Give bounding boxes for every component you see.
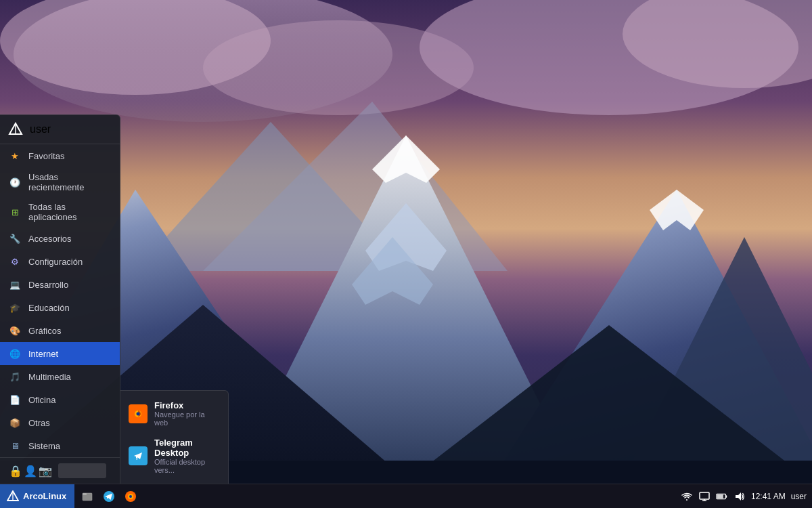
accesorios-icon: 🔧 bbox=[8, 232, 22, 245]
svg-marker-39 bbox=[736, 492, 741, 501]
menu-item-sistema[interactable]: 🖥 Sistema bbox=[0, 434, 120, 457]
menu-item-desarrollo[interactable]: 💻 Desarrollo bbox=[0, 273, 120, 296]
taskbar-firefox-button[interactable] bbox=[120, 486, 141, 507]
menu-item-configuracion[interactable]: ⚙ Configuración bbox=[0, 250, 120, 273]
taskbar-right: 12:41 AM user bbox=[675, 490, 812, 503]
taskbar: ArcoLinux bbox=[0, 484, 812, 508]
firefox-text: Firefox Navegue por la web bbox=[154, 400, 220, 427]
menu-item-graficos[interactable]: 🎨 Gráficos bbox=[0, 319, 120, 342]
menu-footer: 🔒 👤 📷 bbox=[0, 457, 120, 484]
internet-icon: 🌐 bbox=[8, 347, 22, 360]
oficina-icon: 📄 bbox=[8, 393, 22, 406]
svg-point-23 bbox=[137, 412, 140, 415]
firefox-taskbar-icon bbox=[125, 490, 137, 503]
menu-item-todas[interactable]: ⊞ Todas las aplicaciones bbox=[0, 197, 120, 227]
screenshot-icon[interactable]: 📷 bbox=[38, 463, 53, 478]
menu-item-favoritas[interactable]: ★ Favoritas bbox=[0, 144, 120, 167]
clock-display: 12:41 AM bbox=[751, 492, 786, 501]
submenu-item-telegram[interactable]: Telegram Desktop Official desktop vers..… bbox=[120, 432, 228, 480]
arcolinux-logo-icon bbox=[8, 122, 23, 137]
lock-icon[interactable]: 🔒 bbox=[8, 463, 23, 478]
internet-submenu: Firefox Navegue por la web Telegram Desk… bbox=[120, 390, 229, 484]
files-icon bbox=[81, 490, 93, 503]
menu-item-oficina[interactable]: 📄 Oficina bbox=[0, 388, 120, 411]
start-label: ArcoLinux bbox=[23, 491, 66, 501]
menu-item-otras[interactable]: 📦 Otras bbox=[0, 411, 120, 434]
menu-username: user bbox=[30, 123, 51, 135]
start-logo-icon bbox=[7, 490, 19, 503]
todas-icon: ⊞ bbox=[8, 205, 22, 219]
menu-item-accesorios[interactable]: 🔧 Accesorios bbox=[0, 227, 120, 250]
username-tray: user bbox=[791, 492, 807, 501]
graficos-icon: 🎨 bbox=[8, 324, 22, 337]
favoritas-icon: ★ bbox=[8, 149, 22, 163]
sistema-icon: 🖥 bbox=[8, 439, 22, 452]
desarrollo-icon: 💻 bbox=[8, 278, 22, 291]
recientes-icon: 🕐 bbox=[8, 175, 22, 189]
firefox-icon bbox=[129, 404, 148, 423]
telegram-taskbar-icon bbox=[103, 490, 115, 503]
svg-rect-38 bbox=[725, 495, 727, 498]
svg-rect-37 bbox=[717, 494, 723, 498]
menu-item-multimedia[interactable]: 🎵 Multimedia bbox=[0, 365, 120, 388]
taskbar-files-button[interactable] bbox=[77, 486, 97, 507]
otras-icon: 📦 bbox=[8, 416, 22, 429]
menu-item-internet[interactable]: 🌐 Internet bbox=[0, 342, 120, 365]
display-tray-icon[interactable] bbox=[698, 490, 710, 503]
taskbar-telegram-button[interactable] bbox=[99, 486, 119, 507]
menu-item-educacion[interactable]: 🎓 Educación bbox=[0, 296, 120, 319]
battery-tray-icon[interactable] bbox=[716, 490, 728, 503]
svg-rect-33 bbox=[700, 492, 709, 499]
telegram-text: Telegram Desktop Official desktop vers..… bbox=[154, 438, 220, 474]
submenu-item-firefox[interactable]: Firefox Navegue por la web bbox=[120, 395, 228, 432]
volume-tray-icon[interactable] bbox=[734, 490, 746, 503]
menu-header: user bbox=[0, 115, 120, 144]
svg-point-32 bbox=[129, 495, 132, 498]
taskbar-apps bbox=[74, 484, 143, 508]
multimedia-icon: 🎵 bbox=[8, 370, 22, 383]
app-menu: user ★ Favoritas 🕐 Usadas recientemente … bbox=[0, 114, 120, 484]
search-container bbox=[58, 463, 106, 478]
search-input[interactable] bbox=[58, 463, 106, 478]
educacion-icon: 🎓 bbox=[8, 301, 22, 314]
user-switch-icon[interactable]: 👤 bbox=[23, 463, 38, 478]
configuracion-icon: ⚙ bbox=[8, 255, 22, 268]
telegram-icon bbox=[129, 446, 148, 465]
svg-rect-28 bbox=[83, 493, 87, 495]
network-tray-icon[interactable] bbox=[681, 490, 693, 503]
start-button[interactable]: ArcoLinux bbox=[0, 484, 74, 508]
menu-item-recientes[interactable]: 🕐 Usadas recientemente bbox=[0, 167, 120, 197]
